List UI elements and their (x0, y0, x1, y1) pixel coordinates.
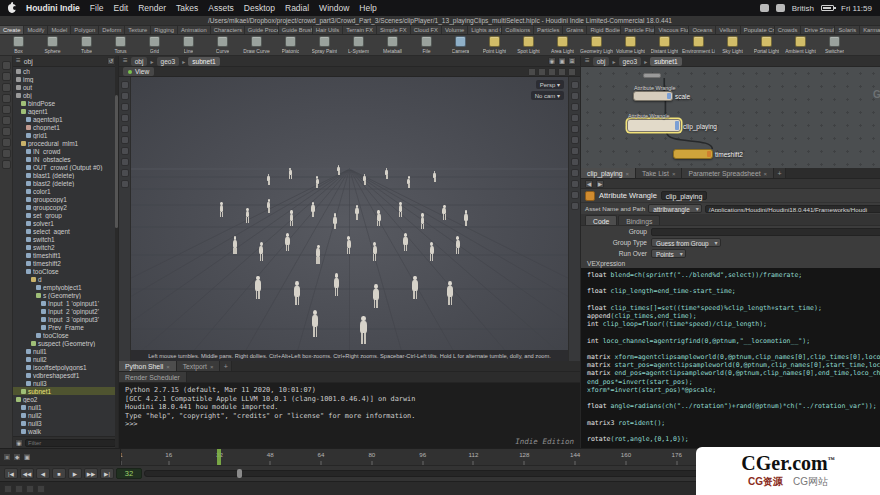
tree-item-procedural-mlm1[interactable]: procedural_mlm1 (13, 139, 118, 147)
tab-python-shell[interactable]: Python Shell× (119, 361, 177, 371)
node-timeshift2[interactable]: timeshift2 (673, 149, 713, 159)
audio-icon[interactable]: ▣ (23, 453, 31, 461)
tree-item-out-crowd-output-0[interactable]: OUT_crowd (Output #0) (13, 163, 118, 171)
path-segment-geo3[interactable]: geo3 (619, 57, 642, 66)
timeline-options-icon[interactable]: ≡ (3, 453, 11, 461)
tree-item-in-crowd[interactable]: IN_crowd (13, 147, 118, 155)
asset-name-dropdown[interactable]: attribwrangle (648, 204, 702, 213)
tree-item-null1[interactable]: null1 (13, 403, 118, 411)
tree-item-input-2-opinput2[interactable]: Input_2 'opinput2' (13, 307, 118, 315)
tree-item-img[interactable]: img (13, 75, 118, 83)
tree-item-input-1-opinput1[interactable]: Input_1 'opinput1' (13, 299, 118, 307)
tree-item-agentclip1[interactable]: agentclip1 (13, 115, 118, 123)
tree-item-suspect-geometry[interactable]: suspect (Geometry) (13, 339, 118, 347)
shelf-tab-cloud-fx[interactable]: Cloud FX (411, 26, 442, 35)
handles-tool-icon[interactable] (121, 136, 129, 144)
jump-to-end-button[interactable]: ▶| (100, 468, 114, 479)
stop-button[interactable]: ■ (52, 468, 66, 479)
node-name-field[interactable]: clip_playing (661, 191, 708, 200)
tab-textport[interactable]: Textport× (177, 361, 221, 371)
shelf-tab-particle-fluids[interactable]: Particle Fluids (621, 26, 655, 35)
shelf-tool-point-light[interactable]: Point Light (478, 36, 511, 54)
tree-item-select-agent[interactable]: select_agent (13, 227, 118, 235)
menu-assets[interactable]: Assets (208, 3, 234, 13)
shelf-tool-platonic[interactable]: Platonic (274, 36, 307, 54)
menu-help[interactable]: Help (359, 3, 376, 13)
shelf-tab-simple-fx[interactable]: Simple FX (377, 26, 411, 35)
tree-item-solver1[interactable]: solver1 (13, 219, 118, 227)
floating-panel-icon[interactable] (2, 94, 11, 103)
shelf-tool-volume-light[interactable]: Volume Light (614, 36, 647, 54)
tree-item-agent1[interactable]: agent1 (13, 107, 118, 115)
asset-path-field[interactable]: /Applications/Houdini/Houdini18.0.441/Fr… (705, 205, 880, 213)
forward-icon[interactable]: ▶ (596, 180, 604, 188)
node-clip-playing[interactable]: Attribute Wrangle clip_playing (627, 119, 681, 132)
apple-menu-icon[interactable] (8, 4, 16, 13)
tree-filter-input[interactable] (25, 439, 116, 447)
shelf-tab-polygon[interactable]: Polygon (71, 26, 99, 35)
new-tab-button[interactable]: + (774, 168, 786, 178)
shelf-tab-vellum[interactable]: Vellum (716, 26, 740, 35)
group-input[interactable] (651, 228, 880, 236)
close-tab-icon[interactable]: × (166, 364, 170, 370)
rotate-tool-icon[interactable] (121, 103, 129, 111)
run-over-dropdown[interactable]: Points (651, 249, 686, 258)
shelf-tool-tube[interactable]: Tube (70, 36, 103, 54)
info-tool-icon[interactable] (121, 180, 129, 188)
play-reverse-button[interactable]: ◀ (36, 468, 50, 479)
tab-render-scheduler[interactable]: Render Scheduler (119, 372, 187, 382)
shelf-tab-deform[interactable]: Deform (99, 26, 125, 35)
tree-item-switch1[interactable]: switch1 (13, 235, 118, 243)
pane-tab-take-list[interactable]: Take List× (636, 168, 682, 178)
shelf-tool-curve[interactable]: Curve (206, 36, 239, 54)
shelf-tab-characters[interactable]: Characters (211, 26, 245, 35)
maximize-pane-icon[interactable]: ⊞ (568, 57, 576, 65)
close-tab-icon[interactable]: × (764, 171, 768, 177)
tree-item-d[interactable]: d (13, 275, 118, 283)
python-shell-output[interactable]: Python 2.7.15 (default, Mar 11 2020, 10:… (119, 383, 580, 448)
memory-icon[interactable] (37, 485, 45, 493)
lighting-mode-icon[interactable] (571, 114, 579, 122)
shelf-tab-grains[interactable]: Grains (563, 26, 587, 35)
shelf-tool-area-light[interactable]: Area Light (546, 36, 579, 54)
view-tool-icon[interactable] (121, 169, 129, 177)
shelf-tab-modify[interactable]: Modify (24, 26, 48, 35)
shelf-tab-solaris[interactable]: Solaris (835, 26, 860, 35)
shelf-tool-portal-light[interactable]: Portal Light (750, 36, 783, 54)
wireframe-mode-icon[interactable] (571, 103, 579, 111)
pane-layout-icon[interactable] (2, 61, 11, 70)
jump-to-start-button[interactable]: |◀ (4, 468, 18, 479)
desktop-build-icon[interactable] (2, 105, 11, 114)
performance-icon[interactable] (15, 485, 23, 493)
menu-takes[interactable]: Takes (176, 3, 198, 13)
shading-menu-icon[interactable] (568, 68, 576, 76)
tree-item-input-3-opinput3[interactable]: Input_3 'opinput3' (13, 315, 118, 323)
shelf-tab-karma[interactable]: Karma (860, 26, 880, 35)
shelf-tab-lights-and-cameras[interactable]: Lights and Cameras (468, 26, 502, 35)
group-type-dropdown[interactable]: Guess from Group (651, 238, 721, 247)
tree-item-color1[interactable]: color1 (13, 187, 118, 195)
bookmark-icon[interactable] (2, 127, 11, 136)
path-segment-obj[interactable]: obj (593, 57, 610, 66)
display-flag-icon[interactable] (707, 151, 711, 157)
shelf-tool-switcher[interactable]: Switcher (818, 36, 851, 54)
snapshot-icon[interactable] (2, 149, 11, 158)
split-top-bottom-icon[interactable] (2, 83, 11, 92)
options-icon[interactable] (571, 202, 579, 210)
shelf-tab-crowds[interactable]: Crowds (775, 26, 802, 35)
normals-display-icon[interactable] (558, 68, 566, 76)
points-display-icon[interactable] (548, 68, 556, 76)
select-tool-icon[interactable] (121, 81, 129, 89)
path-segment-subnet1[interactable]: subnet1 (650, 57, 681, 66)
tree-item-walk[interactable]: walk (13, 427, 118, 435)
shelf-tool-environment-light[interactable]: Environment Light (682, 36, 715, 54)
shelf-tool-sphere[interactable]: Sphere (36, 36, 69, 54)
tree-item-null2[interactable]: null2 (13, 411, 118, 419)
shelf-tab-guide-process[interactable]: Guide Process (245, 26, 279, 35)
tree-item-ch[interactable]: ch (13, 67, 118, 75)
tree-item-switch2[interactable]: switch2 (13, 243, 118, 251)
shelf-tab-drive-simulation[interactable]: Drive Simulation (801, 26, 835, 35)
shelf-tab-particles[interactable]: Particles (534, 26, 563, 35)
shelf-tool-distant-light[interactable]: Distant Light (648, 36, 681, 54)
tree-item-in-obstacles[interactable]: IN_obstacles (13, 155, 118, 163)
